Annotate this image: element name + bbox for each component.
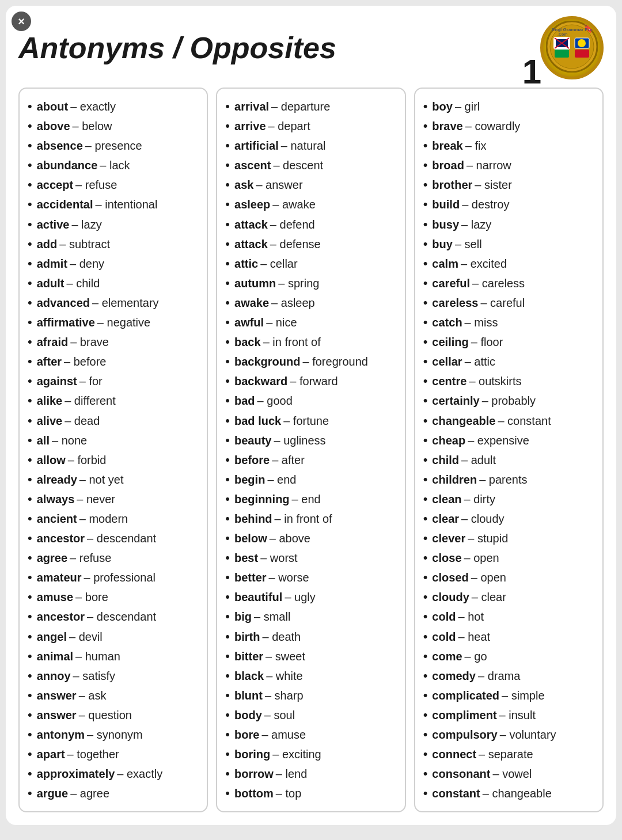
- list-item: beginning – end: [225, 489, 399, 509]
- word-bold: accept: [37, 176, 73, 194]
- close-icon: ×: [18, 15, 25, 28]
- word-bold: admit: [37, 255, 67, 273]
- word-bold: alive: [37, 412, 62, 430]
- list-item: comedy – drama: [423, 666, 597, 686]
- word-bold: begin: [234, 471, 265, 489]
- word-list-3: boy – girlbrave – cowardlybreak – fixbro…: [423, 97, 597, 803]
- word-light: – child: [66, 275, 100, 292]
- word-light: – constant: [498, 412, 551, 430]
- list-item: arrive – depart: [225, 116, 399, 136]
- word-light: – hot: [458, 608, 483, 626]
- word-light: – professional: [84, 569, 156, 587]
- word-bold: better: [234, 569, 267, 587]
- list-item: admit – deny: [28, 254, 201, 273]
- list-item: below – above: [225, 529, 399, 548]
- list-item: afraid – brave: [28, 332, 201, 352]
- word-bold: backward: [234, 373, 287, 390]
- word-light: – outskirts: [469, 373, 521, 390]
- word-bold: add: [37, 235, 58, 253]
- word-light: – answer: [256, 176, 302, 194]
- word-light: – deny: [70, 255, 104, 273]
- list-item: boring – exciting: [225, 744, 399, 764]
- word-bold: arrive: [234, 117, 266, 135]
- list-item: advanced – elementary: [28, 293, 201, 313]
- list-item: centre – outskirts: [423, 371, 597, 391]
- word-light: – none: [52, 432, 87, 450]
- word-light: – lend: [276, 765, 308, 783]
- word-bold: ceiling: [432, 333, 468, 351]
- list-item: autumn – spring: [225, 273, 399, 293]
- word-light: – soul: [264, 706, 295, 724]
- word-light: – exactly: [70, 98, 116, 116]
- list-item: bad – good: [225, 391, 399, 411]
- word-bold: before: [234, 451, 270, 469]
- list-item: artificial – natural: [225, 136, 399, 155]
- svg-text:Engl Grammar Pro: Engl Grammar Pro: [552, 27, 593, 32]
- word-light: – lack: [100, 157, 130, 174]
- word-light: – simple: [502, 687, 544, 705]
- list-item: ceiling – floor: [423, 332, 597, 352]
- word-light: – fix: [465, 137, 487, 155]
- close-button[interactable]: ×: [12, 12, 31, 31]
- word-light: – satisfy: [73, 667, 115, 685]
- list-item: always – never: [28, 489, 201, 509]
- word-bold: boy: [432, 98, 453, 116]
- word-bold: connect: [432, 746, 476, 763]
- word-light: – in front of: [263, 333, 321, 351]
- list-item: ancestor – descendant: [28, 529, 201, 548]
- word-bold: already: [37, 471, 77, 489]
- word-bold: allow: [37, 451, 66, 469]
- word-light: – dead: [65, 412, 100, 430]
- word-bold: build: [432, 196, 460, 214]
- word-light: – human: [75, 648, 120, 666]
- word-bold: careful: [432, 275, 470, 292]
- word-light: – cowardly: [465, 117, 521, 135]
- list-item: alike – different: [28, 391, 201, 411]
- list-item: complicated – simple: [423, 686, 597, 705]
- word-bold: agree: [37, 549, 67, 567]
- list-item: busy – lazy: [423, 215, 597, 234]
- list-item: alive – dead: [28, 411, 201, 431]
- word-bold: ascent: [234, 157, 271, 174]
- word-bold: boring: [234, 746, 270, 763]
- list-item: cloudy – clear: [423, 587, 597, 607]
- word-light: – careless: [472, 275, 525, 292]
- list-item: ascent – descent: [225, 155, 399, 175]
- word-light: – ugly: [285, 588, 315, 606]
- word-bold: amuse: [37, 588, 73, 606]
- list-item: already – not yet: [28, 470, 201, 489]
- word-light: – defend: [270, 216, 315, 234]
- word-light: – sister: [475, 176, 511, 194]
- list-item: animal – human: [28, 647, 201, 666]
- list-item: back – in front of: [225, 332, 399, 352]
- word-bold: brother: [432, 176, 472, 194]
- word-bold: bad: [234, 392, 255, 410]
- word-light: – expensive: [468, 432, 529, 450]
- word-bold: about: [37, 98, 68, 116]
- word-bold: ancient: [37, 510, 77, 528]
- word-bold: abundance: [37, 157, 98, 174]
- word-bold: antonym: [37, 726, 85, 744]
- word-bold: break: [432, 137, 462, 155]
- word-bold: cheap: [432, 432, 465, 450]
- word-bold: changeable: [432, 412, 495, 430]
- word-bold: bad luck: [234, 412, 281, 430]
- word-light: – probably: [482, 392, 536, 410]
- word-light: – modern: [79, 510, 128, 528]
- word-bold: careless: [432, 294, 478, 312]
- list-item: body – soul: [225, 705, 399, 725]
- list-item: bore – amuse: [225, 725, 399, 744]
- word-bold: clear: [432, 510, 459, 528]
- list-item: cold – heat: [423, 627, 597, 647]
- word-bold: black: [234, 667, 264, 685]
- word-bold: complicated: [432, 687, 499, 705]
- list-item: ask – answer: [225, 175, 399, 195]
- svg-rect-10: [575, 50, 589, 58]
- word-light: – brave: [70, 333, 109, 351]
- list-item: annoy – satisfy: [28, 666, 201, 686]
- word-bold: against: [37, 373, 77, 390]
- list-item: beautiful – ugly: [225, 587, 399, 607]
- word-light: – good: [257, 392, 293, 410]
- word-light: – in front of: [275, 510, 332, 528]
- list-item: awake – asleep: [225, 293, 399, 313]
